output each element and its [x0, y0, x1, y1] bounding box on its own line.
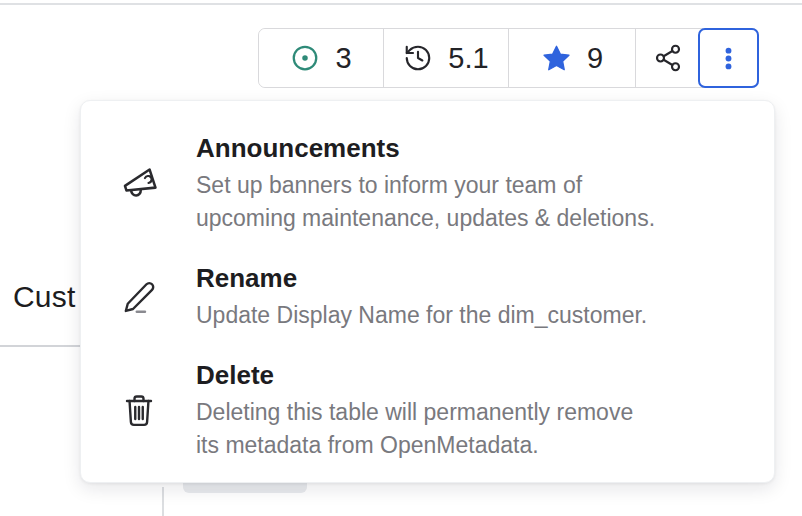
star-count: 9 [587, 42, 603, 75]
background-tab-underline [0, 345, 92, 347]
menu-item-title: Announcements [196, 131, 736, 165]
table-actions-toolbar: 3 5.1 9 [258, 28, 759, 88]
history-icon [403, 43, 433, 73]
version-number: 5.1 [448, 42, 488, 75]
share-icon [653, 43, 683, 73]
kebab-icon [715, 45, 742, 72]
queries-count-button[interactable]: 3 [259, 29, 384, 87]
menu-item-description: Deleting this table will permanently rem… [196, 396, 736, 462]
trash-icon [121, 392, 157, 428]
menu-item-description: Set up banners to inform your team of up… [196, 169, 736, 235]
page: Cust 3 5.1 9 [0, 0, 802, 516]
menu-item-title: Rename [196, 261, 736, 295]
manage-menu-button[interactable] [698, 28, 759, 88]
top-divider [0, 3, 802, 5]
menu-item-title: Delete [196, 358, 736, 392]
edit-icon [121, 279, 157, 315]
manage-dropdown-menu: Announcements Set up banners to inform y… [80, 100, 775, 483]
menu-item-rename[interactable]: Rename Update Display Name for the dim_c… [119, 261, 736, 332]
dot-circle-icon [290, 43, 320, 73]
megaphone-icon [115, 159, 163, 207]
menu-item-delete[interactable]: Delete Deleting this table will permanen… [119, 358, 736, 462]
menu-item-announcements[interactable]: Announcements Set up banners to inform y… [119, 131, 736, 235]
background-tab-label[interactable]: Cust [13, 280, 76, 314]
background-vertical-divider [162, 487, 164, 516]
version-button[interactable]: 5.1 [384, 29, 509, 87]
background-element-partial [183, 483, 307, 493]
star-icon [541, 43, 572, 74]
queries-count: 3 [335, 42, 351, 75]
menu-item-description: Update Display Name for the dim_customer… [196, 299, 736, 332]
share-button[interactable] [636, 29, 699, 87]
star-button[interactable]: 9 [509, 29, 636, 87]
